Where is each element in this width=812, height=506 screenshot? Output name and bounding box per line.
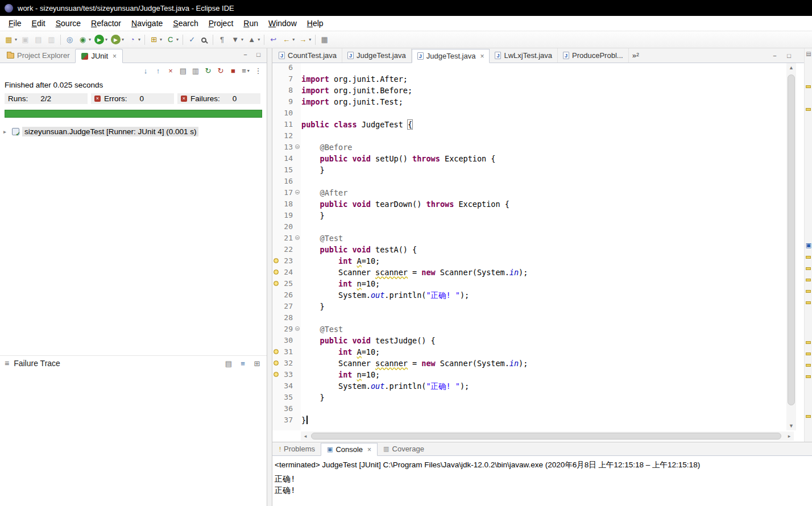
new-wizard-button[interactable]: ▩▾ <box>2 33 19 47</box>
save-button[interactable]: ▣ <box>19 33 32 47</box>
new-wizard-dropdown-icon[interactable]: ▾ <box>15 37 17 42</box>
copy-failure-list-button[interactable]: ⊞ <box>252 358 262 368</box>
editor-tab-4[interactable]: JProduceProbl... <box>558 48 629 63</box>
maximize-view-icon[interactable]: □ <box>255 51 262 58</box>
code-editor[interactable]: 67import org.junit.After;8import org.jun… <box>272 63 794 430</box>
coverage-button[interactable]: ▶▾ <box>109 33 126 47</box>
warning-overview-marker[interactable] <box>806 256 811 259</box>
expander-icon[interactable]: ▸ <box>3 128 9 135</box>
menu-file[interactable]: File <box>3 17 27 30</box>
scroll-right-arrow[interactable]: ▸ <box>785 432 794 441</box>
scroll-up-arrow[interactable]: ▲ <box>786 63 796 72</box>
back-dropdown-icon[interactable]: ▾ <box>292 37 295 42</box>
scroll-lock-button[interactable]: ▥ <box>190 65 201 76</box>
coverage-dropdown-icon[interactable]: ▾ <box>122 37 124 42</box>
warning-overview-marker[interactable] <box>806 415 811 418</box>
menu-source[interactable]: Source <box>51 17 86 30</box>
menu-window[interactable]: Window <box>263 17 302 30</box>
close-tab-icon[interactable]: × <box>113 52 117 60</box>
print-button[interactable]: ▥ <box>45 33 58 47</box>
warning-overview-marker[interactable] <box>806 352 811 355</box>
pin-editor-button[interactable]: ▦ <box>318 33 331 47</box>
fold-collapse-icon[interactable] <box>295 235 300 240</box>
menu-help[interactable]: Help <box>302 17 329 30</box>
menu-navigate[interactable]: Navigate <box>126 17 168 30</box>
forward-button[interactable]: →▾ <box>296 33 313 47</box>
console-output[interactable]: <terminated> JudgeTest [JUnit] C:\Progra… <box>272 456 812 496</box>
new-java-project-button[interactable]: ⊞▾ <box>147 33 164 47</box>
run-dropdown-icon[interactable]: ▾ <box>105 37 107 42</box>
menu-search[interactable]: Search <box>168 17 203 30</box>
fold-collapse-icon[interactable] <box>295 144 300 149</box>
warning-overview-marker[interactable] <box>806 290 811 293</box>
new-java-project-dropdown-icon[interactable]: ▾ <box>160 37 162 42</box>
warning-lightbulb-icon[interactable] <box>274 281 279 286</box>
stop-test-run-button[interactable]: ■ <box>227 65 239 76</box>
scroll-left-arrow[interactable]: ◂ <box>301 432 310 441</box>
menu-project[interactable]: Project <box>204 17 239 30</box>
test-run-history-button[interactable]: ≡▾ <box>240 65 251 76</box>
tab-console[interactable]: ▣Console× <box>321 443 378 456</box>
annotation-overview-icon[interactable]: ▤ <box>805 51 812 57</box>
show-next-failed-test-button[interactable]: ↓ <box>140 65 151 76</box>
test-tree-item[interactable]: ▸ ✓ sizeyunsuan.JudgeTest [Runner: JUnit… <box>0 127 267 136</box>
horizontal-scrollbar-thumb[interactable] <box>311 433 781 439</box>
minimized-view-icon[interactable]: ▣ <box>805 242 812 249</box>
debug-dropdown-icon[interactable]: ▾ <box>89 37 91 42</box>
debug-button[interactable]: ◉▾ <box>76 33 93 47</box>
tab-coverage[interactable]: ▥Coverage <box>378 442 430 455</box>
minimize-editor-icon[interactable]: − <box>771 52 778 59</box>
warning-overview-marker[interactable] <box>806 279 811 281</box>
menu-refactor[interactable]: Refactor <box>86 17 126 30</box>
warning-lightbulb-icon[interactable] <box>274 349 279 354</box>
tab-problems[interactable]: !Problems <box>274 442 321 455</box>
editor-tab-3[interactable]: JLwLxjTest.java <box>490 48 558 63</box>
vertical-scrollbar-thumb[interactable] <box>788 74 795 405</box>
editor-tab-0[interactable]: JCountTest.java <box>274 48 342 63</box>
toggle-mark-occurrences-button[interactable]: ¶ <box>216 33 229 47</box>
new-java-class-button[interactable]: C▾ <box>164 33 180 47</box>
run-button[interactable]: ▶▾ <box>93 33 109 47</box>
horizontal-scrollbar[interactable]: ◂ ▸ <box>301 432 794 441</box>
editor-tab-2[interactable]: JJudgeTest.java× <box>412 49 490 63</box>
open-task-button[interactable]: ✓ <box>185 33 198 47</box>
view-menu-button[interactable]: ⋮ <box>252 65 264 76</box>
next-annotation-dropdown-icon[interactable]: ▾ <box>241 37 243 42</box>
vertical-scrollbar[interactable]: ▲ ▼ <box>786 63 796 430</box>
close-tab-icon[interactable]: × <box>367 446 371 454</box>
last-edit-location-button[interactable]: ↩ <box>267 33 280 47</box>
search-button[interactable] <box>198 33 210 47</box>
next-annotation-button[interactable]: ▼▾ <box>229 33 245 47</box>
new-java-class-dropdown-icon[interactable]: ▾ <box>176 37 179 42</box>
editor-tab-1[interactable]: JJudgeTest.java <box>342 48 412 63</box>
warning-lightbulb-icon[interactable] <box>274 360 279 366</box>
compare-result-button[interactable]: ≡ <box>238 358 248 368</box>
rerun-failed-first-button[interactable]: ↻ <box>215 65 226 76</box>
tab-junit[interactable]: JUnit × <box>75 49 123 63</box>
previous-annotation-button[interactable]: ▲▾ <box>245 33 262 47</box>
filter-stack-trace-button[interactable]: ▤ <box>223 358 234 368</box>
save-all-button[interactable]: ▤ <box>32 33 45 47</box>
warning-overview-marker[interactable] <box>806 301 811 304</box>
warning-lightbulb-icon[interactable] <box>274 372 279 377</box>
fold-collapse-icon[interactable] <box>295 326 300 331</box>
warning-lightbulb-icon[interactable] <box>274 269 279 275</box>
menu-run[interactable]: Run <box>238 17 263 30</box>
show-previous-failed-test-button[interactable]: ↑ <box>152 65 164 76</box>
minimize-view-icon[interactable]: − <box>242 51 249 58</box>
close-tab-icon[interactable]: × <box>480 52 484 60</box>
skip-breakpoints-button[interactable]: ◎ <box>63 33 76 47</box>
show-skipped-only-button[interactable]: ▤ <box>177 65 189 76</box>
profile-button[interactable]: ◔▾ <box>126 33 142 47</box>
warning-overview-marker[interactable] <box>806 375 811 378</box>
warning-overview-marker[interactable] <box>806 364 811 367</box>
back-button[interactable]: ←▾ <box>280 33 296 47</box>
rerun-test-button[interactable]: ↻ <box>202 65 214 76</box>
warning-overview-marker[interactable] <box>806 341 811 344</box>
warning-overview-marker[interactable] <box>806 267 811 270</box>
tab-overflow-button[interactable]: » 2 <box>632 51 639 63</box>
fold-collapse-icon[interactable] <box>295 190 300 194</box>
scroll-down-arrow[interactable]: ▼ <box>786 421 796 430</box>
previous-annotation-dropdown-icon[interactable]: ▾ <box>258 37 260 42</box>
forward-dropdown-icon[interactable]: ▾ <box>309 37 311 42</box>
